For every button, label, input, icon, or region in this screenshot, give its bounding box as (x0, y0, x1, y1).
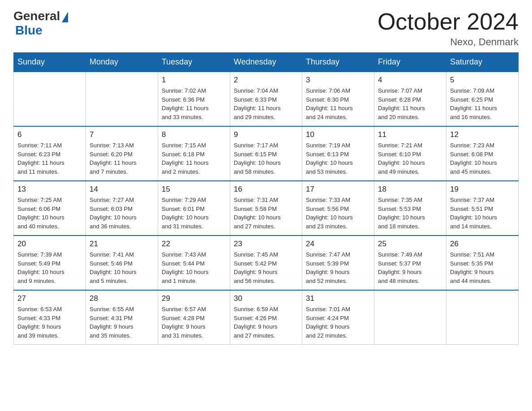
calendar-cell: 22Sunrise: 7:43 AM Sunset: 5:44 PM Dayli… (158, 235, 230, 290)
column-header-sunday: Sunday (14, 53, 86, 72)
day-number: 1 (162, 76, 226, 85)
day-number: 17 (306, 185, 370, 194)
day-info: Sunrise: 7:13 AM Sunset: 6:20 PM Dayligh… (90, 141, 154, 176)
day-number: 25 (378, 240, 442, 248)
column-header-wednesday: Wednesday (230, 53, 302, 72)
day-number: 13 (17, 185, 82, 194)
calendar-cell: 12Sunrise: 7:23 AM Sunset: 6:08 PM Dayli… (446, 126, 519, 181)
column-header-monday: Monday (86, 53, 158, 72)
day-info: Sunrise: 7:41 AM Sunset: 5:46 PM Dayligh… (90, 250, 154, 285)
calendar-cell (446, 290, 519, 345)
day-info: Sunrise: 7:02 AM Sunset: 6:36 PM Dayligh… (162, 86, 226, 121)
day-number: 31 (306, 294, 370, 303)
week-row-3: 13Sunrise: 7:25 AM Sunset: 6:06 PM Dayli… (14, 181, 519, 235)
day-info: Sunrise: 6:55 AM Sunset: 4:31 PM Dayligh… (90, 305, 154, 340)
calendar-cell: 8Sunrise: 7:15 AM Sunset: 6:18 PM Daylig… (158, 126, 230, 181)
day-number: 16 (234, 185, 298, 194)
day-number: 23 (234, 240, 298, 248)
day-number: 8 (162, 130, 226, 139)
column-header-thursday: Thursday (302, 53, 374, 72)
day-number: 3 (306, 76, 370, 85)
week-row-1: 1Sunrise: 7:02 AM Sunset: 6:36 PM Daylig… (14, 72, 519, 126)
day-number: 7 (90, 130, 154, 139)
day-info: Sunrise: 7:23 AM Sunset: 6:08 PM Dayligh… (450, 141, 515, 176)
day-number: 14 (90, 185, 154, 194)
day-info: Sunrise: 7:31 AM Sunset: 5:58 PM Dayligh… (234, 196, 298, 231)
calendar-cell: 16Sunrise: 7:31 AM Sunset: 5:58 PM Dayli… (230, 181, 302, 235)
day-number: 18 (378, 185, 442, 194)
week-row-2: 6Sunrise: 7:11 AM Sunset: 6:23 PM Daylig… (14, 126, 519, 181)
logo-blue-text: Blue (15, 23, 43, 38)
calendar-cell: 5Sunrise: 7:09 AM Sunset: 6:25 PM Daylig… (446, 72, 519, 126)
day-number: 20 (17, 240, 82, 248)
calendar-cell: 26Sunrise: 7:51 AM Sunset: 5:35 PM Dayli… (446, 235, 519, 290)
calendar-cell: 20Sunrise: 7:39 AM Sunset: 5:49 PM Dayli… (14, 235, 86, 290)
calendar-cell: 7Sunrise: 7:13 AM Sunset: 6:20 PM Daylig… (86, 126, 158, 181)
calendar-table: SundayMondayTuesdayWednesdayThursdayFrid… (13, 52, 519, 345)
calendar-cell: 19Sunrise: 7:37 AM Sunset: 5:51 PM Dayli… (446, 181, 519, 235)
day-number: 29 (162, 294, 226, 303)
day-number: 28 (90, 294, 154, 303)
day-info: Sunrise: 7:33 AM Sunset: 5:56 PM Dayligh… (306, 196, 370, 231)
calendar-cell: 14Sunrise: 7:27 AM Sunset: 6:03 PM Dayli… (86, 181, 158, 235)
day-info: Sunrise: 7:09 AM Sunset: 6:25 PM Dayligh… (450, 86, 515, 121)
day-info: Sunrise: 7:25 AM Sunset: 6:06 PM Dayligh… (17, 196, 82, 231)
calendar-cell: 4Sunrise: 7:07 AM Sunset: 6:28 PM Daylig… (374, 72, 446, 126)
calendar-header-row: SundayMondayTuesdayWednesdayThursdayFrid… (14, 53, 519, 72)
day-number: 15 (162, 185, 226, 194)
day-info: Sunrise: 7:29 AM Sunset: 6:01 PM Dayligh… (162, 196, 226, 231)
day-number: 19 (450, 185, 515, 194)
calendar-cell: 25Sunrise: 7:49 AM Sunset: 5:37 PM Dayli… (374, 235, 446, 290)
day-info: Sunrise: 7:01 AM Sunset: 4:24 PM Dayligh… (306, 305, 370, 340)
day-number: 30 (234, 294, 298, 303)
day-info: Sunrise: 7:51 AM Sunset: 5:35 PM Dayligh… (450, 250, 515, 285)
calendar-cell: 3Sunrise: 7:06 AM Sunset: 6:30 PM Daylig… (302, 72, 374, 126)
day-number: 26 (450, 240, 515, 248)
location-label: Nexo, Denmark (378, 36, 519, 48)
day-info: Sunrise: 7:49 AM Sunset: 5:37 PM Dayligh… (378, 250, 442, 285)
day-number: 27 (17, 294, 82, 303)
calendar-cell: 18Sunrise: 7:35 AM Sunset: 5:53 PM Dayli… (374, 181, 446, 235)
day-info: Sunrise: 7:19 AM Sunset: 6:13 PM Dayligh… (306, 141, 370, 176)
day-info: Sunrise: 7:37 AM Sunset: 5:51 PM Dayligh… (450, 196, 515, 231)
day-number: 6 (17, 130, 82, 139)
title-section: October 2024 Nexo, Denmark (378, 9, 519, 48)
calendar-cell: 15Sunrise: 7:29 AM Sunset: 6:01 PM Dayli… (158, 181, 230, 235)
day-info: Sunrise: 7:07 AM Sunset: 6:28 PM Dayligh… (378, 86, 442, 121)
day-number: 11 (378, 130, 442, 139)
day-info: Sunrise: 7:21 AM Sunset: 6:10 PM Dayligh… (378, 141, 442, 176)
day-info: Sunrise: 6:53 AM Sunset: 4:33 PM Dayligh… (17, 305, 82, 340)
week-row-4: 20Sunrise: 7:39 AM Sunset: 5:49 PM Dayli… (14, 235, 519, 290)
calendar-cell: 23Sunrise: 7:45 AM Sunset: 5:42 PM Dayli… (230, 235, 302, 290)
calendar-cell: 11Sunrise: 7:21 AM Sunset: 6:10 PM Dayli… (374, 126, 446, 181)
day-info: Sunrise: 6:59 AM Sunset: 4:26 PM Dayligh… (234, 305, 298, 340)
calendar-cell: 31Sunrise: 7:01 AM Sunset: 4:24 PM Dayli… (302, 290, 374, 345)
month-title: October 2024 (378, 9, 519, 34)
page-header: General Blue October 2024 Nexo, Denmark (13, 9, 519, 48)
calendar-cell: 28Sunrise: 6:55 AM Sunset: 4:31 PM Dayli… (86, 290, 158, 345)
column-header-tuesday: Tuesday (158, 53, 230, 72)
calendar-cell: 1Sunrise: 7:02 AM Sunset: 6:36 PM Daylig… (158, 72, 230, 126)
day-number: 24 (306, 240, 370, 248)
logo: General Blue (13, 9, 68, 38)
day-number: 5 (450, 76, 515, 85)
day-info: Sunrise: 7:27 AM Sunset: 6:03 PM Dayligh… (90, 196, 154, 231)
calendar-cell (14, 72, 86, 126)
day-info: Sunrise: 7:15 AM Sunset: 6:18 PM Dayligh… (162, 141, 226, 176)
day-number: 9 (234, 130, 298, 139)
calendar-cell: 29Sunrise: 6:57 AM Sunset: 4:28 PM Dayli… (158, 290, 230, 345)
day-number: 10 (306, 130, 370, 139)
logo-triangle-icon (62, 12, 68, 22)
day-number: 12 (450, 130, 515, 139)
day-info: Sunrise: 7:45 AM Sunset: 5:42 PM Dayligh… (234, 250, 298, 285)
day-info: Sunrise: 6:57 AM Sunset: 4:28 PM Dayligh… (162, 305, 226, 340)
day-info: Sunrise: 7:17 AM Sunset: 6:15 PM Dayligh… (234, 141, 298, 176)
calendar-cell: 17Sunrise: 7:33 AM Sunset: 5:56 PM Dayli… (302, 181, 374, 235)
day-info: Sunrise: 7:06 AM Sunset: 6:30 PM Dayligh… (306, 86, 370, 121)
week-row-5: 27Sunrise: 6:53 AM Sunset: 4:33 PM Dayli… (14, 290, 519, 345)
day-info: Sunrise: 7:11 AM Sunset: 6:23 PM Dayligh… (17, 141, 82, 176)
calendar-cell: 21Sunrise: 7:41 AM Sunset: 5:46 PM Dayli… (86, 235, 158, 290)
calendar-cell: 6Sunrise: 7:11 AM Sunset: 6:23 PM Daylig… (14, 126, 86, 181)
logo-general-text: General (13, 9, 60, 23)
day-info: Sunrise: 7:47 AM Sunset: 5:39 PM Dayligh… (306, 250, 370, 285)
